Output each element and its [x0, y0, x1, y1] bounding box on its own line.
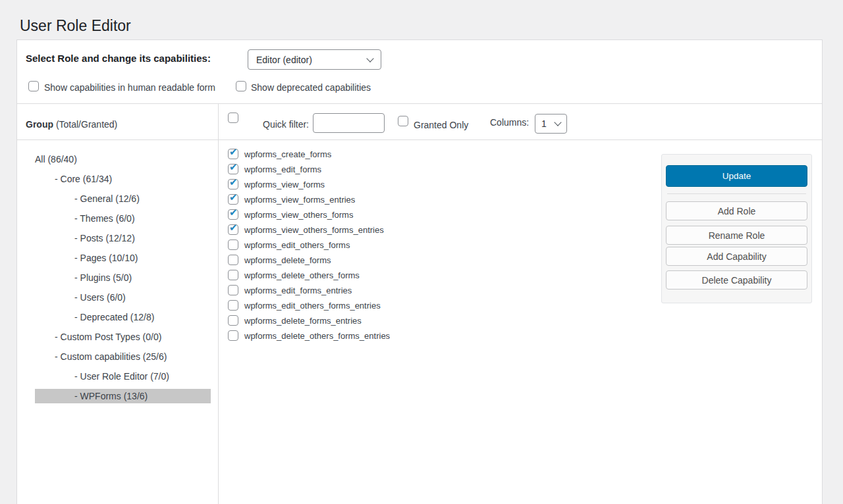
capability-checkbox[interactable] [228, 239, 238, 250]
group-tree-item[interactable]: - Plugins (5/0) [35, 270, 211, 285]
group-tree-item[interactable]: - WPForms (13/6) [35, 389, 211, 403]
capability-row: wpforms_edit_others_forms [228, 239, 390, 250]
capability-checkbox[interactable] [228, 315, 238, 326]
capability-checkbox[interactable] [228, 149, 238, 159]
group-tree-item[interactable]: - Core (61/34) [35, 172, 211, 186]
capability-checkbox[interactable] [228, 194, 238, 205]
group-tree-item-label: - Posts (12/12) [74, 233, 135, 243]
main-panel: Select Role and change its capabilities:… [16, 39, 823, 504]
capability-row: wpforms_edit_others_forms_entries [228, 300, 390, 311]
capability-label: wpforms_edit_others_forms_entries [244, 301, 381, 311]
role-select[interactable]: Editor (editor) [248, 49, 381, 70]
columns-select[interactable]: 1 [535, 114, 567, 134]
show-deprecated-checkbox[interactable] [236, 81, 246, 91]
group-tree-item-label: - Pages (10/10) [74, 253, 138, 263]
group-header-rest: (Total/Granted) [53, 119, 117, 130]
group-tree-item[interactable]: - Custom capabilities (25/6) [35, 349, 211, 364]
group-tree-item-label: - Themes (6/0) [74, 213, 135, 224]
capability-checkbox[interactable] [228, 255, 238, 265]
capability-label: wpforms_delete_forms_entries [244, 316, 362, 326]
group-tree-item[interactable]: - General (12/6) [35, 191, 211, 206]
group-tree-item[interactable]: - Users (6/0) [35, 290, 211, 305]
add-capability-button[interactable]: Add Capability [666, 247, 807, 266]
capability-checkbox[interactable] [228, 300, 238, 311]
group-tree-item[interactable]: - Themes (6/0) [35, 211, 211, 226]
group-tree-item-label: - Plugins (5/0) [74, 272, 132, 283]
page-title: User Role Editor [20, 16, 131, 36]
capability-row: wpforms_view_forms_entries [228, 194, 390, 205]
human-readable-label[interactable]: Show capabilities in human readable form [44, 82, 215, 93]
group-tree-item-label: - WPForms (13/6) [74, 391, 148, 401]
group-tree-item-label: - Core (61/34) [55, 174, 112, 184]
capability-label: wpforms_edit_forms [244, 164, 321, 174]
quick-filter-label: Quick filter: [263, 119, 309, 130]
group-tree-item[interactable]: - Pages (10/10) [35, 251, 211, 265]
update-button[interactable]: Update [666, 165, 807, 187]
columns-select-value: 1 [541, 118, 547, 129]
capability-checkbox[interactable] [228, 330, 238, 341]
group-tree-item[interactable]: - User Role Editor (7/0) [35, 369, 211, 384]
capability-checkbox[interactable] [228, 209, 238, 220]
role-select-value: Editor (editor) [256, 55, 312, 65]
group-tree-item-label: - Custom Post Types (0/0) [55, 332, 161, 342]
capability-checkbox[interactable] [228, 285, 238, 295]
capability-checkbox[interactable] [228, 270, 238, 280]
capability-label: wpforms_view_others_forms_entries [244, 225, 384, 235]
group-tree-item[interactable]: - Custom Post Types (0/0) [35, 330, 211, 344]
capability-label: wpforms_delete_others_forms [244, 270, 360, 280]
capability-label: wpforms_create_forms [244, 149, 331, 159]
capability-row: wpforms_view_others_forms [228, 209, 390, 220]
capability-row: wpforms_view_others_forms_entries [228, 224, 390, 235]
chevron-down-icon [366, 55, 373, 62]
group-tree-item-label: - General (12/6) [74, 193, 140, 204]
capability-label: wpforms_view_others_forms [244, 210, 353, 220]
divider [667, 193, 806, 194]
group-header-bold: Group [26, 119, 53, 130]
group-header: Group (Total/Granted) [26, 119, 117, 130]
granted-only-label[interactable]: Granted Only [414, 120, 468, 130]
delete-capability-button[interactable]: Delete Capability [666, 270, 807, 290]
rename-role-button[interactable]: Rename Role [666, 226, 807, 245]
select-role-label: Select Role and change its capabilities: [26, 53, 211, 64]
human-readable-checkbox[interactable] [28, 81, 39, 91]
capability-row: wpforms_edit_forms_entries [228, 285, 390, 295]
group-tree-item-label: - Users (6/0) [74, 292, 126, 303]
capability-checkbox[interactable] [228, 224, 238, 235]
select-all-checkbox[interactable] [228, 113, 238, 123]
capability-row: wpforms_delete_others_forms_entries [228, 330, 390, 341]
show-deprecated-label[interactable]: Show deprecated capabilities [251, 82, 371, 93]
capability-row: wpforms_edit_forms [228, 164, 390, 174]
capability-row: wpforms_delete_forms_entries [228, 315, 390, 326]
column-divider [218, 104, 219, 504]
group-tree-item-label: All (86/40) [35, 154, 77, 164]
group-tree-item[interactable]: - Posts (12/12) [35, 231, 211, 245]
capability-row: wpforms_delete_others_forms [228, 270, 390, 280]
group-tree-item-label: - Custom capabilities (25/6) [55, 351, 167, 362]
group-tree-item[interactable]: - Deprecated (12/8) [35, 310, 211, 324]
capability-label: wpforms_edit_forms_entries [244, 286, 352, 295]
actions-panel: Update Add RoleRename RoleAdd Capability… [661, 154, 812, 303]
capability-checkbox[interactable] [228, 179, 238, 189]
capability-row: wpforms_create_forms [228, 149, 390, 159]
granted-only-checkbox[interactable] [398, 116, 408, 126]
add-role-button[interactable]: Add Role [666, 201, 807, 220]
capability-label: wpforms_delete_others_forms_entries [244, 331, 390, 341]
divider [17, 103, 822, 104]
divider [17, 139, 822, 140]
capability-row: wpforms_view_forms [228, 179, 390, 189]
group-tree: All (86/40)- Core (61/34)- General (12/6… [17, 152, 218, 409]
group-tree-item-label: - User Role Editor (7/0) [74, 371, 169, 382]
capability-label: wpforms_view_forms_entries [244, 195, 355, 205]
capabilities-list: wpforms_create_formswpforms_edit_formswp… [228, 149, 390, 345]
columns-label: Columns: [490, 117, 529, 128]
chevron-down-icon [554, 118, 561, 126]
quick-filter-input[interactable] [313, 113, 385, 133]
group-tree-item[interactable]: All (86/40) [35, 152, 211, 166]
capability-label: wpforms_delete_forms [244, 255, 331, 265]
capability-checkbox[interactable] [228, 164, 238, 174]
group-tree-item-label: - Deprecated (12/8) [74, 312, 154, 322]
capability-label: wpforms_view_forms [244, 180, 325, 189]
capability-label: wpforms_edit_others_forms [244, 240, 350, 250]
user-role-editor-screen: User Role Editor Select Role and change … [0, 0, 843, 504]
capability-row: wpforms_delete_forms [228, 255, 390, 265]
